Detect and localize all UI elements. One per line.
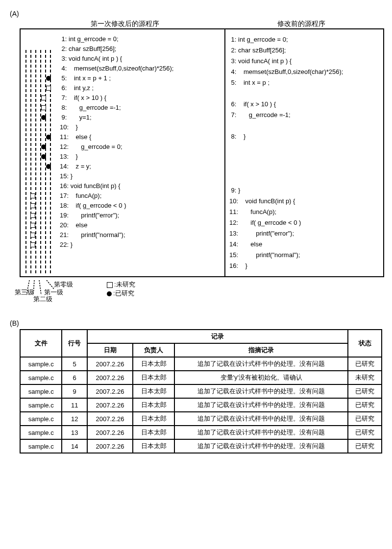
table-row: sample.c122007.2.26日本太郎追加了记载在设计式样书中的处理。没… [20, 412, 382, 426]
code-line: 11: else { [24, 132, 220, 142]
open-marker-label: :未研究 [114, 281, 135, 288]
th-owner: 负责人 [133, 343, 174, 357]
code-line: 8: g_errcode =-1; [24, 103, 220, 113]
table-row: sample.c112007.2.26日本太郎追加了记载在设计式样书中的处理。没… [20, 398, 382, 412]
code-line: 17: funcA(p); [24, 191, 220, 201]
code-line: 16: } [229, 261, 379, 271]
level2-label: 第二级 [33, 295, 52, 304]
table-row: sample.c92007.2.26日本太郎追加了记载在设计式样书中的处理。没有… [20, 384, 382, 398]
filled-marker-icon [41, 115, 46, 120]
cell-date: 2007.2.26 [87, 426, 133, 439]
code-line: 11: funcA(p); [229, 207, 379, 217]
open-marker-icon [30, 242, 35, 247]
code-line: 2: char szBuff[256]; [229, 45, 379, 56]
cell-state: 未研究 [348, 371, 382, 384]
cell-note: 追加了记载在设计式样书中的处理。没有问题 [174, 426, 348, 439]
filled-marker-icon [41, 154, 46, 159]
code-line: 1: int g_errcode = 0; [229, 34, 379, 45]
section-b-label: (B) [10, 319, 382, 327]
code-line: 3: void funcA( int p ) { [229, 56, 379, 67]
open-marker-icon [46, 86, 51, 91]
th-state: 状态 [348, 330, 382, 357]
cell-state: 已研究 [348, 384, 382, 398]
cell-file: sample.c [20, 426, 62, 439]
open-marker-icon [30, 213, 35, 218]
cell-line: 9 [62, 384, 87, 398]
code-line: 5: int x = p ; [229, 77, 379, 88]
open-marker-icon [30, 203, 35, 208]
cell-state: 已研究 [348, 357, 382, 371]
cell-note: 追加了记载在设计式样书中的处理。没有问题 [174, 412, 348, 426]
code-line: 10: } [24, 122, 220, 132]
cell-line: 13 [62, 426, 87, 439]
cell-date: 2007.2.26 [87, 357, 133, 371]
table-row: sample.c132007.2.26日本太郎追加了记载在设计式样书中的处理。没… [20, 426, 382, 439]
open-marker-icon [30, 233, 35, 238]
code-line [229, 153, 379, 164]
code-line: 7: g_errcode =-1; [229, 110, 379, 120]
th-file: 文件 [20, 330, 62, 357]
code-line: 3: void funcA( int p ) { [24, 54, 220, 64]
filled-marker-label: :已研究 [113, 289, 134, 297]
filled-marker-icon [46, 135, 51, 140]
review-table-body: sample.c52007.2.26日本太郎追加了记载在设计式样书中的处理。没有… [20, 357, 382, 453]
cell-owner: 日本太郎 [133, 384, 174, 398]
cell-owner: 日本太郎 [133, 357, 174, 371]
cell-state: 已研究 [348, 439, 382, 453]
code-line [229, 142, 379, 153]
code-line: 14: z = y; [24, 162, 220, 171]
code-line: 9: y=1; [24, 113, 220, 122]
th-date: 日期 [87, 343, 133, 357]
cell-file: sample.c [20, 412, 62, 426]
code-line [229, 164, 379, 174]
cell-note: 追加了记载在设计式样书中的处理。没有问题 [174, 439, 348, 453]
table-row: sample.c62007.2.26日本太郎变量'y'没有被初始化。请确认未研究 [20, 371, 382, 384]
code-line: 9: } [229, 185, 379, 196]
cell-owner: 日本太郎 [133, 439, 174, 453]
cell-owner: 日本太郎 [133, 426, 174, 439]
cell-date: 2007.2.26 [87, 412, 133, 426]
code-line: 19: printf("error"); [24, 211, 220, 220]
code-line: 1: int g_errcode = 0; [24, 34, 220, 44]
th-line: 行号 [62, 330, 87, 357]
filled-marker-icon [46, 164, 51, 169]
level3-label: 第三级 [15, 288, 34, 297]
svg-line-2 [39, 280, 41, 295]
code-line: 6: if( x > 10 ) { [229, 99, 379, 110]
cell-state: 已研究 [348, 426, 382, 439]
code-line: 12: if( g_errcode < 0 ) [229, 217, 379, 228]
left-code-panel: 1: int g_errcode = 0; 2: char szBuff[256… [21, 29, 225, 276]
cell-owner: 日本太郎 [133, 371, 174, 384]
code-comparison-box: 1: int g_errcode = 0; 2: char szBuff[256… [20, 28, 384, 277]
cell-note: 追加了记载在设计式样书中的处理。没有问题 [174, 357, 348, 371]
cell-date: 2007.2.26 [87, 398, 133, 412]
code-line: 12: g_errcode = 0; [24, 142, 220, 152]
cell-note: 追加了记载在设计式样书中的处理。没有问题 [174, 384, 348, 398]
cell-state: 已研究 [348, 398, 382, 412]
table-row: sample.c142007.2.26日本太郎追加了记载在设计式样书中的处理。没… [20, 439, 382, 453]
code-line: 13: printf("error"); [229, 228, 379, 239]
legend-row: 第零级 第一级 第三级 第二级 :未研究 :已研究 [24, 280, 382, 300]
cell-file: sample.c [20, 357, 62, 371]
cell-line: 14 [62, 439, 87, 453]
cell-file: sample.c [20, 439, 62, 453]
filled-marker-icon [46, 76, 51, 81]
code-line: 4: memset(szBuff,0,sizeof(char)*256); [24, 64, 220, 73]
code-line: 14: else [229, 239, 379, 250]
code-line: 6: int y,z ; [24, 83, 220, 93]
code-line: 10: void funcB(int p) { [229, 196, 379, 207]
code-line: 4: memset(szBuff,0,sizeof(char)*256); [229, 67, 379, 77]
code-line: 13: } [24, 152, 220, 162]
open-marker-icon [30, 193, 35, 198]
code-line: 2: char szBuff[256]; [24, 44, 220, 54]
code-line: 22: } [24, 240, 220, 250]
cell-line: 11 [62, 398, 87, 412]
open-marker-icon [41, 95, 46, 100]
code-line: 21: printf("normal"); [24, 230, 220, 240]
cell-owner: 日本太郎 [133, 398, 174, 412]
cell-file: sample.c [20, 398, 62, 412]
cell-file: sample.c [20, 371, 62, 384]
th-note: 指摘记录 [174, 343, 348, 357]
cell-note: 变量'y'没有被初始化。请确认 [174, 371, 348, 384]
code-line: 15: } [24, 171, 220, 181]
